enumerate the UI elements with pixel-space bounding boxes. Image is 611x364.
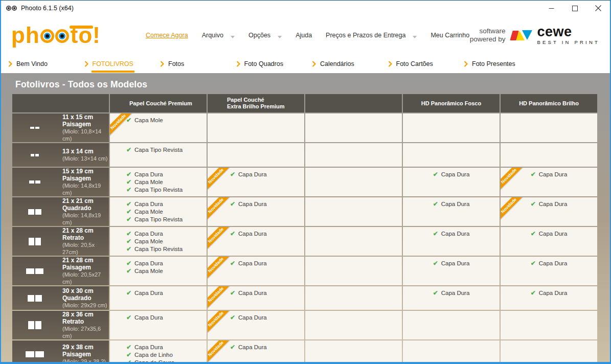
check-icon: ✔ bbox=[126, 359, 131, 362]
capa-option[interactable]: ✔Capa de Linho bbox=[126, 351, 205, 358]
tab-foto-quadros[interactable]: Foto Quadros bbox=[232, 55, 308, 73]
capa-option[interactable]: ✔Capa Dura bbox=[126, 289, 205, 297]
chevron-right-icon bbox=[236, 61, 240, 67]
table-cell[interactable]: ✔Capa Tipo Revista bbox=[110, 143, 207, 167]
capa-option[interactable]: ✔Capa Tipo Revista bbox=[126, 245, 205, 253]
tab-bem-vindo[interactable]: Bem Vindo bbox=[4, 55, 80, 73]
capa-option[interactable]: ✔Capa Dura bbox=[433, 200, 470, 208]
capa-option[interactable]: ✔Capa Mole bbox=[126, 178, 205, 186]
table-cell[interactable]: Novidade✔Capa Dura bbox=[501, 197, 597, 226]
capa-option[interactable]: ✔Capa Dura bbox=[531, 230, 568, 237]
capa-option[interactable]: ✔Capa Dura bbox=[126, 313, 205, 321]
capa-option[interactable]: ✔Capa Dura bbox=[230, 289, 302, 297]
book-format-icon bbox=[20, 209, 49, 215]
capa-option[interactable]: ✔Capa Dura bbox=[531, 259, 568, 267]
table-cell[interactable]: ✔Capa Dura✔Capa Mole bbox=[110, 257, 207, 285]
capa-option[interactable]: ✔Capa Dura bbox=[126, 200, 205, 208]
capa-option[interactable]: ✔Capa Dura bbox=[126, 343, 205, 351]
capa-option[interactable]: ✔Capa Mole bbox=[126, 237, 205, 245]
capa-option[interactable]: ✔Capa Dura bbox=[531, 170, 568, 178]
book-format-icon bbox=[20, 180, 49, 184]
table-cell[interactable]: Novidade✔Capa Dura bbox=[208, 227, 304, 256]
capa-option[interactable]: ✔Capa Mole bbox=[126, 208, 205, 215]
category-tab-bar: Bem Vindo FOTOLIVROS Fotos Foto Quadros … bbox=[1, 55, 610, 73]
capa-option[interactable]: ✔Capa Dura bbox=[126, 230, 205, 237]
capa-option[interactable]: ✔Capa Dura bbox=[531, 200, 568, 208]
menu-item-meu-carrinho[interactable]: Meu Carrinho bbox=[431, 32, 469, 39]
close-button[interactable] bbox=[586, 1, 610, 16]
capa-option[interactable]: ✔Capa Dura bbox=[230, 200, 302, 208]
table-cell[interactable]: Novidade✔Capa Mole bbox=[110, 113, 207, 142]
tab-calendarios[interactable]: Calendários bbox=[308, 55, 384, 73]
table-cell[interactable]: ✔Capa Dura bbox=[501, 257, 597, 285]
capa-option[interactable]: ✔Capa Mole bbox=[126, 267, 205, 275]
menu-item-precos-prazos[interactable]: Preços e Prazos de Entrega bbox=[326, 32, 417, 39]
capa-option[interactable]: ✔Capa Dura bbox=[230, 230, 302, 237]
capa-option[interactable]: ✔Capa Dura bbox=[230, 313, 302, 321]
capa-option[interactable]: ✔Capa Dura bbox=[230, 170, 302, 178]
capa-option[interactable]: ✔Capa de Couro bbox=[126, 358, 205, 362]
menu-item-ajuda[interactable]: Ajuda bbox=[296, 32, 312, 39]
capa-label: Capa Dura bbox=[238, 200, 267, 208]
capa-option[interactable]: ✔Capa Tipo Revista bbox=[126, 146, 205, 153]
table-cell[interactable]: ✔Capa Dura bbox=[501, 286, 597, 310]
table-cell[interactable]: ✔Capa Dura bbox=[403, 197, 500, 226]
table-cell bbox=[501, 340, 597, 362]
column-header: HD Panorâmico Brilho bbox=[501, 94, 597, 112]
capa-option[interactable]: ✔Capa Dura bbox=[433, 230, 470, 237]
table-cell[interactable]: ✔Capa Dura bbox=[110, 286, 207, 310]
column-header: Papel Couché Premium bbox=[110, 94, 207, 112]
capa-option[interactable]: ✔Capa Tipo Revista bbox=[126, 186, 205, 193]
capa-label: Capa Dura bbox=[539, 171, 568, 178]
table-cell[interactable]: Novidade✔Capa Dura bbox=[208, 311, 304, 339]
table-cell[interactable]: Novidade✔Capa Dura bbox=[208, 168, 304, 196]
table-cell[interactable]: ✔Capa Dura✔Capa Mole✔Capa Tipo Revista bbox=[110, 227, 207, 256]
menu-item-comece-agora[interactable]: Comece Agora bbox=[146, 32, 188, 39]
capa-label: Capa Dura bbox=[238, 171, 267, 178]
table-cell[interactable]: Novidade✔Capa Dura bbox=[208, 257, 304, 285]
check-icon: ✔ bbox=[230, 231, 235, 237]
book-miolo: (Miolo: 10,8×14 cm) bbox=[62, 128, 109, 142]
table-cell[interactable]: ✔Capa Dura bbox=[403, 286, 500, 310]
book-orientation: Retrato bbox=[62, 318, 109, 325]
book-miolo: (Miolo: 20,5x 27cm) bbox=[62, 241, 109, 256]
capa-label: Capa Dura bbox=[134, 289, 163, 297]
book-size: 29 x 38 cm bbox=[62, 344, 106, 351]
table-cell[interactable]: Novidade✔Capa Dura bbox=[208, 286, 304, 310]
table-cell[interactable]: Novidade✔Capa Dura bbox=[208, 197, 304, 226]
capa-option[interactable]: ✔Capa Dura bbox=[230, 343, 302, 351]
capa-label: Capa Dura bbox=[238, 260, 267, 267]
table-cell[interactable]: ✔Capa Dura bbox=[403, 227, 500, 256]
tab-foto-cartoes[interactable]: Foto Cartões bbox=[384, 55, 460, 73]
capa-option[interactable]: ✔Capa Dura bbox=[126, 170, 205, 178]
table-cell[interactable]: ✔Capa Dura✔Capa Mole✔Capa Tipo Revista bbox=[110, 197, 207, 226]
table-cell[interactable]: Novidade✔Capa Dura bbox=[208, 340, 304, 362]
table-cell[interactable]: ✔Capa Dura✔Capa de Linho✔Capa de Couro bbox=[110, 340, 207, 362]
table-cell[interactable]: ✔Capa Dura bbox=[501, 227, 597, 256]
tab-fotos[interactable]: Fotos bbox=[156, 55, 232, 73]
cewe-brand: cewe bbox=[537, 26, 600, 38]
main-menu: Comece Agora Arquivo Opções Ajuda Preços… bbox=[146, 32, 469, 39]
menu-item-arquivo[interactable]: Arquivo bbox=[202, 32, 235, 39]
capa-label: Capa de Linho bbox=[134, 351, 173, 358]
capa-option[interactable]: ✔Capa Mole bbox=[126, 116, 205, 124]
tab-foto-presentes[interactable]: Foto Presentes bbox=[460, 55, 536, 73]
capa-option[interactable]: ✔Capa Dura bbox=[433, 289, 470, 297]
capa-option[interactable]: ✔Capa Dura bbox=[126, 259, 205, 267]
capa-option[interactable]: ✔Capa Dura bbox=[531, 289, 568, 297]
maximize-button[interactable] bbox=[563, 1, 586, 16]
capa-option[interactable]: ✔Capa Dura bbox=[433, 259, 470, 267]
table-cell[interactable]: ✔Capa Dura✔Capa Mole✔Capa Tipo Revista bbox=[110, 168, 207, 196]
menu-item-opcoes[interactable]: Opções bbox=[248, 32, 282, 39]
capa-option[interactable]: ✔Capa Dura bbox=[230, 259, 302, 267]
row-header: 21 x 21 cmQuadrado(Miolo: 14,8x19 cm) bbox=[12, 197, 109, 226]
table-cell[interactable]: ✔Capa Dura bbox=[403, 168, 500, 196]
row-header: 21 x 28 cmPaisagem(Miolo: 20,5x27 cm) bbox=[12, 257, 109, 285]
tab-fotolivros[interactable]: FOTOLIVROS bbox=[80, 55, 156, 73]
table-cell[interactable]: Novidade✔Capa Dura bbox=[501, 168, 597, 196]
capa-option[interactable]: ✔Capa Tipo Revista bbox=[126, 215, 205, 223]
table-cell[interactable]: ✔Capa Dura bbox=[110, 311, 207, 339]
minimize-button[interactable] bbox=[539, 1, 563, 16]
table-cell[interactable]: ✔Capa Dura bbox=[403, 257, 500, 285]
capa-option[interactable]: ✔Capa Dura bbox=[433, 170, 470, 178]
